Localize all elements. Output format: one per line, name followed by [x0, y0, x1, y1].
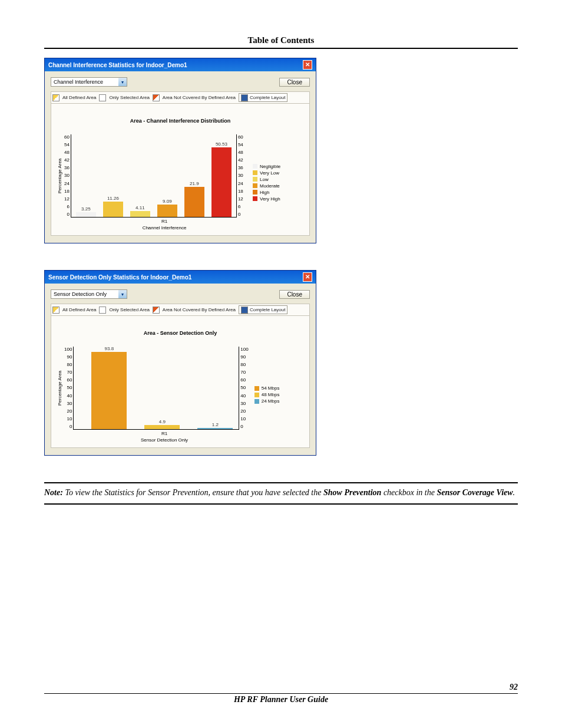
chart-bar: 1.2	[197, 428, 233, 429]
note-b: checkbox in the	[381, 488, 437, 497]
legend-label: Moderate	[260, 183, 280, 189]
complete-layout-icon	[241, 307, 248, 314]
tab-all-defined[interactable]: All Defined Area	[62, 95, 96, 100]
y-tick: 30	[64, 401, 72, 406]
chart-bar: 4.11	[130, 211, 150, 217]
y-tick: 18	[64, 189, 70, 194]
tab-only-selected[interactable]: Only Selected Area	[109, 95, 149, 100]
chart1-plot: 3.2511.264.119.0921.950.53	[71, 134, 237, 218]
legend-swatch	[254, 399, 259, 404]
y-tick: 12	[238, 196, 243, 202]
y-tick: 100	[64, 347, 72, 352]
chart-bar-label: 1.2	[197, 422, 233, 427]
complete-layout-icon	[241, 94, 248, 101]
chart-bar-label: 4.9	[144, 419, 180, 424]
select-value: Sensor Detection Only	[51, 291, 118, 297]
y-tick: 36	[64, 165, 70, 170]
chart-bar: 3.25	[76, 212, 96, 217]
all-defined-icon	[52, 94, 59, 101]
legend-swatch	[254, 386, 259, 391]
chart-bar: 93.8	[91, 352, 127, 429]
page-number: 92	[44, 683, 518, 692]
dialog1-titlebar: Channel Interference Statistics for Indo…	[45, 58, 316, 71]
legend-label: 48 Mbps	[262, 392, 280, 397]
tab-only-selected[interactable]: Only Selected Area	[109, 307, 149, 312]
chart1-xlabel: Channel Interference	[82, 225, 247, 230]
tab-not-covered[interactable]: Area Not Covered By Defined Area	[163, 307, 236, 312]
area-tabs: All Defined Area Only Selected Area Area…	[51, 304, 310, 316]
tab-not-covered[interactable]: Area Not Covered By Defined Area	[163, 95, 236, 100]
y-tick: 12	[64, 196, 70, 202]
chart2-title: Area - Sensor Detection Only	[56, 322, 305, 347]
legend-swatch	[254, 393, 259, 397]
close-icon[interactable]: ✕	[303, 60, 312, 70]
y-tick: 70	[64, 370, 72, 375]
only-selected-icon	[99, 94, 106, 101]
legend-swatch	[253, 164, 257, 169]
close-button[interactable]: Close	[279, 290, 310, 299]
tab-complete-label: Complete Layout	[250, 95, 285, 100]
y-tick: 50	[64, 385, 72, 390]
y-tick: 50	[240, 385, 248, 390]
chart1-yticks-right: 60544842363024181260	[237, 134, 243, 217]
y-tick: 40	[240, 393, 248, 398]
dialog2-titlebar: Sensor Detection Only Statistics for Ind…	[45, 271, 316, 284]
sensor-detection-dialog: Sensor Detection Only Statistics for Ind…	[44, 270, 316, 456]
note-box: Note: To view the Statistics for Sensor …	[44, 482, 518, 505]
y-tick: 24	[238, 181, 243, 186]
close-button[interactable]: Close	[279, 78, 310, 87]
legend-item: 48 Mbps	[254, 392, 280, 397]
legend-item: 24 Mbps	[254, 398, 280, 404]
legend-label: 54 Mbps	[262, 386, 280, 391]
legend-label: High	[260, 190, 269, 195]
chart-bar-label: 11.26	[103, 196, 123, 201]
legend-swatch	[253, 170, 257, 175]
all-defined-icon	[52, 307, 59, 314]
y-tick: 0	[238, 212, 243, 217]
legend-label: Very High	[260, 196, 280, 202]
view-type-select[interactable]: Sensor Detection Only ▾	[51, 289, 127, 299]
chart-bar: 4.9	[144, 425, 180, 429]
tab-all-defined[interactable]: All Defined Area	[62, 307, 96, 312]
only-selected-icon	[99, 307, 106, 314]
y-tick: 100	[240, 347, 248, 352]
area-tabs: All Defined Area Only Selected Area Area…	[51, 91, 310, 104]
y-tick: 48	[64, 150, 70, 155]
chart2-panel: Area - Sensor Detection Only Percentage …	[51, 316, 310, 448]
y-tick: 30	[238, 173, 243, 178]
y-tick: 80	[240, 362, 248, 367]
y-tick: 30	[64, 173, 70, 178]
y-tick: 0	[240, 424, 248, 429]
legend-swatch	[253, 183, 257, 188]
page-footer: 92 HP RF Planner User Guide	[44, 683, 518, 704]
y-tick: 20	[240, 409, 248, 414]
note-show-prevention: Show Prevention	[323, 488, 381, 497]
legend-item: Very Low	[253, 170, 280, 176]
legend-swatch	[253, 190, 257, 195]
dialog2-title: Sensor Detection Only Statistics for Ind…	[48, 274, 191, 281]
legend-swatch	[253, 177, 257, 182]
legend-item: Negligible	[253, 164, 280, 169]
chart-bar-label: 4.11	[130, 205, 150, 210]
y-tick: 60	[240, 377, 248, 383]
view-type-select[interactable]: Channel Interference ▾	[51, 77, 127, 87]
close-icon[interactable]: ✕	[303, 272, 312, 282]
legend-item: Moderate	[253, 183, 280, 189]
chart2-yticks-right: 1009080706050403020100	[239, 347, 248, 429]
toc-header: Table of Contents	[44, 35, 518, 49]
y-tick: 48	[238, 150, 243, 155]
chart2-plot: 93.84.91.2	[73, 347, 239, 430]
chart2-xlabel: Sensor Detection Only	[82, 437, 247, 443]
y-tick: 6	[64, 204, 70, 209]
y-tick: 0	[64, 212, 70, 217]
chart2-xaxis: R1 Sensor Detection Only	[82, 430, 247, 443]
tab-complete-layout[interactable]: Complete Layout	[239, 93, 287, 102]
legend-label: 24 Mbps	[262, 398, 280, 404]
channel-interference-dialog: Channel Interference Statistics for Indo…	[44, 58, 316, 243]
tab-complete-layout[interactable]: Complete Layout	[239, 305, 287, 314]
y-tick: 70	[240, 370, 248, 375]
chart1-xcat: R1	[82, 219, 247, 225]
not-covered-icon	[153, 94, 160, 101]
y-tick: 42	[64, 157, 70, 163]
chart-bar: 11.26	[103, 202, 123, 217]
